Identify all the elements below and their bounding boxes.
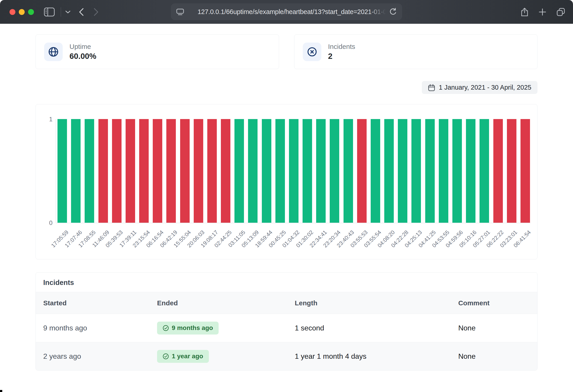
ended-badge: 9 months ago (157, 321, 219, 335)
heartbeat-bar[interactable] (507, 119, 517, 223)
heartbeat-bar[interactable] (248, 119, 258, 223)
close-window-button[interactable] (10, 9, 15, 15)
heartbeat-bar[interactable] (520, 119, 530, 223)
heartbeat-bar[interactable] (180, 119, 190, 223)
length-cell: 1 second (295, 324, 458, 332)
heartbeat-bar[interactable] (166, 119, 176, 223)
heartbeat-bar[interactable] (439, 119, 448, 223)
x-axis-label: 20:06:03 (194, 225, 203, 257)
heartbeat-bar[interactable] (303, 119, 312, 223)
address-bar[interactable]: 127.0.0.1/66uptime/s/example/heartbeat/1… (171, 3, 402, 20)
x-axis-label: 02:44:25 (221, 225, 230, 257)
minimize-window-button[interactable] (19, 9, 25, 15)
x-axis-label: 23:15:54 (139, 225, 149, 257)
ended-cell: 1 year ago (157, 350, 295, 363)
heartbeat-bar[interactable] (153, 119, 162, 223)
browser-window: 127.0.0.1/66uptime/s/example/heartbeat/1… (0, 0, 573, 392)
heartbeat-bar[interactable] (57, 119, 67, 223)
x-axis-label: 23:40:43 (343, 225, 353, 257)
heartbeat-bar[interactable] (316, 119, 326, 223)
incidents-table-header: Started Ended Length Comment (36, 292, 537, 314)
x-axis-label: 17:39:11 (125, 225, 135, 257)
heartbeat-bar[interactable] (398, 119, 407, 223)
heartbeat-bar[interactable] (98, 119, 108, 223)
heartbeat-bar[interactable] (221, 119, 230, 223)
toolbar-divider (61, 7, 61, 17)
reload-icon[interactable] (389, 8, 397, 16)
heartbeat-bar[interactable] (71, 119, 81, 223)
length-cell: 1 year 1 month 4 days (295, 352, 458, 360)
heartbeat-bar[interactable] (139, 119, 149, 223)
heartbeat-bar[interactable] (207, 119, 217, 223)
x-axis-label: 01:04:32 (289, 225, 298, 257)
uptime-label: Uptime (70, 43, 96, 50)
url-text[interactable]: 127.0.0.1/66uptime/s/example/heartbeat/1… (197, 8, 389, 16)
column-header-started: Started (43, 299, 157, 307)
heartbeat-bar[interactable] (452, 119, 462, 223)
x-axis-label: 03:11:05 (234, 225, 244, 257)
heartbeat-bar[interactable] (384, 119, 394, 223)
globe-icon (44, 43, 63, 61)
heartbeat-bar[interactable] (289, 119, 299, 223)
heartbeat-bar[interactable] (85, 119, 94, 223)
heartbeat-chart-card: 1 0 17:05:5917:07:4617:08:5511:46:0905:3… (36, 104, 537, 259)
forward-icon[interactable] (94, 8, 99, 16)
share-icon[interactable] (520, 7, 529, 17)
heartbeat-bar[interactable] (343, 119, 353, 223)
heartbeat-bar[interactable] (357, 119, 367, 223)
new-tab-icon[interactable] (538, 8, 546, 16)
date-range-button[interactable]: 1 January, 2021 - 30 April, 2025 (422, 81, 537, 94)
x-axis-label: 03:55:53 (357, 225, 366, 257)
uptime-value: 60.00% (70, 52, 96, 61)
heartbeat-bar[interactable] (425, 119, 435, 223)
heartbeat-bar[interactable] (262, 119, 271, 223)
heartbeat-bar[interactable] (194, 119, 203, 223)
x-axis-label: 18:59:44 (262, 225, 271, 257)
comment-cell: None (458, 324, 530, 332)
check-circle-icon (163, 353, 169, 359)
window-icon (176, 7, 184, 16)
incidents-rows: 9 months ago9 months ago1 secondNone2 ye… (36, 314, 537, 370)
x-axis-label: 22:34:41 (316, 225, 325, 257)
x-axis-label: 04:59:56 (452, 225, 461, 257)
x-axis-label: 05:10:16 (466, 225, 475, 257)
chart-plot-area (56, 119, 530, 223)
x-axis-label: 04:41:25 (425, 225, 434, 257)
uptime-card: Uptime 60.00% (36, 35, 279, 69)
corner-artifact (0, 390, 2, 392)
chevron-down-icon[interactable] (65, 10, 71, 14)
x-axis-labels: 17:05:5917:07:4617:08:5511:46:0905:39:53… (57, 225, 530, 257)
heartbeat-bar[interactable] (480, 119, 489, 223)
x-axis-label: 19:08:17 (207, 225, 216, 257)
heartbeat-bar[interactable] (412, 119, 421, 223)
heartbeat-bar[interactable] (493, 119, 503, 223)
heartbeat-bar[interactable] (125, 119, 135, 223)
heartbeat-bar[interactable] (234, 119, 244, 223)
x-axis-label: 17:08:55 (85, 225, 94, 257)
x-axis-label: 05:39:53 (112, 225, 121, 257)
toolbar-right-icons (520, 0, 565, 24)
heartbeat-bar[interactable] (275, 119, 285, 223)
y-tick-1: 1 (49, 116, 53, 123)
heartbeat-bar[interactable] (466, 119, 475, 223)
comment-cell: None (458, 352, 530, 360)
heartbeat-bar[interactable] (112, 119, 122, 223)
x-axis-label: 04:25:13 (411, 225, 421, 257)
page-content: Uptime 60.00% Incidents 2 (0, 24, 573, 371)
back-icon[interactable] (79, 8, 84, 16)
heartbeat-bar[interactable] (371, 119, 380, 223)
table-row: 2 years ago1 year ago1 year 1 month 4 da… (36, 342, 537, 370)
sidebar-toggle-icon[interactable] (44, 7, 55, 17)
heartbeat-bar[interactable] (330, 119, 339, 223)
x-axis-label: 17:05:59 (57, 225, 67, 257)
incidents-table-title: Incidents (36, 272, 537, 292)
ended-cell: 9 months ago (157, 321, 295, 335)
incidents-value: 2 (328, 52, 355, 61)
column-header-ended: Ended (157, 299, 295, 307)
x-axis-label: 17:07:46 (71, 225, 81, 257)
y-axis: 1 0 (43, 119, 56, 223)
x-axis-label: 11:46:09 (98, 225, 108, 257)
ended-badge-label: 9 months ago (172, 324, 213, 332)
tab-overview-icon[interactable] (556, 7, 565, 17)
zoom-window-button[interactable] (28, 9, 34, 15)
